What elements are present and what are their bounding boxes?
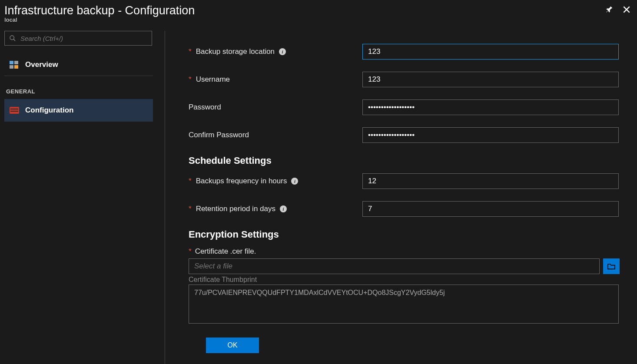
cert-file-input[interactable] <box>189 258 600 274</box>
sidebar-item-overview[interactable]: Overview <box>4 53 153 76</box>
schedule-settings-heading: Schedule Settings <box>189 155 620 166</box>
label-retention: Retention period in days <box>196 205 275 213</box>
label-thumbprint: Certificate Thumbprint <box>189 276 620 284</box>
encryption-settings-heading: Encryption Settings <box>189 229 620 240</box>
info-icon[interactable]: i <box>291 178 298 185</box>
label-cert-file: Certificate .cer file. <box>195 247 256 256</box>
close-icon[interactable] <box>622 5 631 16</box>
thumbprint-textarea <box>189 285 619 324</box>
overview-icon <box>10 61 19 69</box>
svg-rect-2 <box>10 61 13 64</box>
ok-button[interactable]: OK <box>206 338 259 353</box>
page-subtitle: local <box>4 17 195 23</box>
username-input[interactable] <box>362 72 619 87</box>
label-backup-location: Backup storage location <box>196 47 275 56</box>
label-username: Username <box>196 75 230 84</box>
main-panel: * Backup storage location i * Username P… <box>165 31 637 364</box>
sidebar-item-label: Configuration <box>25 106 73 115</box>
confirm-password-input[interactable] <box>362 127 619 143</box>
password-input[interactable] <box>362 99 619 115</box>
page-title: Infrastructure backup - Configuration <box>4 3 195 17</box>
sidebar-section-general: GENERAL <box>6 88 165 95</box>
required-mark: * <box>189 47 192 56</box>
frequency-input[interactable] <box>362 173 619 189</box>
configuration-icon <box>10 106 19 114</box>
label-frequency: Backups frequency in hours <box>196 177 287 185</box>
search-icon <box>9 35 16 42</box>
pin-icon[interactable] <box>605 5 614 16</box>
backup-location-input[interactable] <box>362 44 619 60</box>
svg-rect-7 <box>10 109 18 109</box>
svg-rect-8 <box>10 111 18 112</box>
required-mark: * <box>189 205 192 213</box>
required-mark: * <box>189 177 192 185</box>
svg-rect-4 <box>10 65 13 69</box>
folder-icon <box>607 263 616 270</box>
info-icon[interactable]: i <box>279 48 286 55</box>
svg-rect-6 <box>10 107 19 114</box>
retention-input[interactable] <box>362 201 619 217</box>
sidebar: Overview GENERAL Configuration <box>0 31 165 364</box>
search-input[interactable] <box>20 35 147 42</box>
required-mark: * <box>189 247 192 256</box>
svg-rect-3 <box>14 61 18 64</box>
svg-point-0 <box>10 36 14 40</box>
browse-file-button[interactable] <box>603 258 620 274</box>
label-password: Password <box>189 103 221 112</box>
svg-rect-5 <box>14 65 18 69</box>
sidebar-item-label: Overview <box>25 60 58 69</box>
required-mark: * <box>189 75 192 84</box>
sidebar-item-configuration[interactable]: Configuration <box>4 99 153 122</box>
label-confirm-password: Confirm Password <box>189 131 249 139</box>
search-box[interactable] <box>4 31 152 46</box>
svg-line-1 <box>13 39 15 41</box>
info-icon[interactable]: i <box>280 205 287 212</box>
